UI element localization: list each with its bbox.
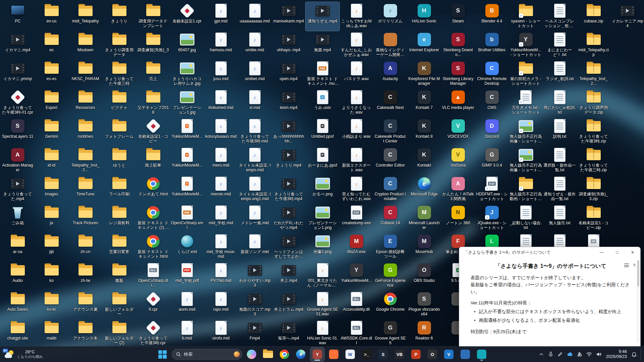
desktop-icon[interactable]: GGroove Agent SE 5 (373, 319, 407, 347)
taskbar-app-steam[interactable]: S (376, 347, 390, 361)
minimize-button[interactable]: ― (594, 247, 609, 258)
desktop-icon[interactable]: 選択肢・親作品一覧.txt (543, 146, 577, 175)
desktop-icon[interactable]: DLLOpenCvSharp.dll... (136, 261, 170, 290)
desktop-icon[interactable]: ♪きょうり食ってた午後3時.mid (238, 117, 272, 146)
menu-icon[interactable] (624, 263, 629, 267)
desktop-icon[interactable]: 新規 テキスト ドキュメント (2).html (136, 204, 170, 233)
desktop-icon[interactable]: ラジオ_歌詞.txt (543, 60, 577, 88)
desktop-icon[interactable]: 説明.txt (543, 117, 577, 146)
desktop-icon[interactable]: プレゼンテーション1.png (306, 204, 339, 233)
desktop-icon[interactable]: ♪rajio.mid (204, 290, 238, 319)
desktop-icon[interactable]: 最新 (102, 261, 136, 290)
desktop-icon[interactable]: 通知うぜえ - 親作品一覧.txt (543, 175, 577, 204)
desktop-icon[interactable]: OOBS Studio (407, 261, 441, 290)
ime-indicator[interactable]: あ (575, 348, 584, 360)
taskbar-app-yukkuri-movie-maker[interactable]: Y (310, 347, 324, 361)
desktop-icon[interactable]: chatgpt-site (1, 319, 35, 347)
desktop-icon[interactable]: SSpectraLayers 11 (1, 117, 35, 146)
desktop-icon[interactable]: ko-kr (35, 290, 68, 319)
desktop-icon[interactable]: 画像1.png (306, 233, 339, 261)
desktop-icon[interactable]: bBrother Utilities (475, 31, 509, 60)
desktop-icon[interactable]: PUntitled.ppsf (306, 117, 339, 146)
desktop-icon[interactable]: ♪小銭詰まり.wav (339, 117, 373, 146)
desktop-icon[interactable]: きょうり食ってた午後三時.zip (577, 146, 610, 175)
desktop-icon[interactable]: YYukkuriMovieM... (170, 146, 204, 175)
taskbar-app-chrome[interactable] (277, 347, 291, 361)
desktop-icon[interactable]: 無人販売不正行為 画像 - ショートカット (509, 117, 543, 146)
tray-pen-button[interactable] (556, 348, 565, 360)
desktop-icon[interactable]: ♪PVTNd.mid (204, 261, 238, 290)
taskbar-app-powerpoint[interactable]: P (409, 347, 423, 361)
desktop-icon[interactable]: 家の防犯カメラ - ショートカット (509, 60, 543, 88)
taskbar-app-voicemeeter[interactable]: VB (392, 347, 407, 361)
desktop-icon[interactable]: VVoiSona (441, 146, 475, 175)
desktop-icon[interactable]: es (35, 31, 68, 60)
desktop-icon[interactable]: MMuseHub (407, 233, 441, 261)
desktop-icon[interactable]: きょうり食ってた午後3時.zip (577, 117, 610, 146)
desktop-icon[interactable]: Audio (1, 261, 35, 290)
desktop-icon[interactable]: ♪klokumed.mid (204, 88, 238, 117)
taskbar-app-fudemame[interactable] (475, 347, 489, 361)
desktop-icon[interactable]: イカレマニア.mp4 (610, 2, 644, 31)
desktop-icon[interactable]: 無人販売不正行為 動画 - ショートカット (509, 175, 543, 204)
desktop-icon[interactable]: プレゼンテーション1.jpg (170, 88, 204, 117)
desktop-icon[interactable]: ♪新規ソング.mid (238, 233, 272, 261)
desktop-icon[interactable]: RReaktor 6 (407, 319, 441, 347)
desktop-icon[interactable]: ♪meroin.mid (204, 175, 238, 204)
desktop-icon[interactable]: YYukkuriMovieM... (170, 175, 204, 204)
desktop-icon[interactable]: ♪mid_学校 muse.mid (204, 233, 238, 261)
desktop-icon[interactable]: 井上ドラム.mp4 (272, 290, 306, 319)
desktop-icon[interactable]: manisekarin.mp4 (272, 2, 306, 31)
desktop-icon[interactable]: XMLOpenCvSharp.xml (170, 204, 204, 233)
desktop-icon[interactable]: teion.mp4 (272, 88, 306, 117)
desktop-icon[interactable]: midi_Telepathy (68, 2, 102, 31)
desktop-icon[interactable]: Mixdown (68, 31, 102, 60)
desktop-icon[interactable]: SSteinberg Library Manager (441, 60, 475, 88)
desktop-icon[interactable]: きょうり (102, 2, 136, 31)
desktop-icon[interactable]: eMicrosoft Edge (407, 175, 441, 204)
desktop-icon[interactable]: ♪メドレー風.mid (238, 204, 272, 233)
desktop-icon[interactable]: 調査用データテンプレート (136, 2, 170, 31)
desktop-icon[interactable]: KKontakt 8 (407, 117, 441, 146)
desktop-icon[interactable]: Uうみ.ustx (306, 88, 339, 117)
desktop-icon[interactable]: id-id (35, 146, 68, 175)
desktop-icon[interactable]: 売上 (136, 60, 170, 88)
desktop-icon[interactable]: Pおーまにあ.ppsf (306, 146, 339, 175)
desktop-icon[interactable]: 65407.jpg (170, 31, 204, 60)
desktop-icon[interactable]: jijii (35, 233, 68, 261)
desktop-icon[interactable]: Fmp4 (238, 319, 272, 347)
desktop-icon[interactable]: イカマニ.mp4 (1, 31, 35, 60)
desktop-icon[interactable]: ♪Groove Agent SE 01.wav (306, 290, 339, 319)
desktop-icon[interactable]: cubase.zip (577, 2, 610, 31)
desktop-icon[interactable]: アナウンス冬 (68, 319, 102, 347)
taskbar-app-edge[interactable]: e (294, 347, 308, 361)
desktop-icon[interactable]: テンポあて.html (136, 175, 170, 204)
tray-chevron-button[interactable] (537, 348, 546, 360)
desktop-icon[interactable]: ♪kotusytuaaus.mid (204, 117, 238, 146)
desktop-icon[interactable]: zh-tw (68, 261, 102, 290)
desktop-icon[interactable]: あっhhhhhhhhhhhh... (272, 117, 306, 146)
desktop-icon[interactable]: 死にたい_ゅ歌詞.txt (543, 88, 577, 117)
desktop-icon[interactable]: かるべ.png (306, 175, 339, 204)
desktop-icon[interactable]: 父子キャンプ2018 (136, 88, 170, 117)
volume-button[interactable] (594, 348, 603, 360)
desktop-icon[interactable]: ♪こっちでhすおfdsbふあ.wav (339, 2, 373, 31)
desktop-icon[interactable]: きょうり食ってた午後3時.mp4 (272, 175, 306, 204)
desktop-icon[interactable]: ♪sirofo.mid (204, 319, 238, 347)
desktop-icon[interactable]: ♪xl.mid (238, 88, 272, 117)
desktop-icon[interactable]: NKSC_PARAM (68, 60, 102, 88)
taskbar-app-firefox[interactable] (327, 347, 341, 361)
taskbar-app-file-explorer[interactable] (261, 347, 275, 361)
desktop-icon[interactable]: DDiscord (475, 117, 509, 146)
desktop-icon[interactable]: 冤罪へ.mp4 (272, 319, 306, 347)
desktop-icon[interactable]: CCubase 14 (373, 204, 407, 233)
desktop-icon[interactable]: 路上駐車 (136, 146, 170, 175)
taskbar-app-terminal[interactable]: >_ (360, 347, 374, 361)
desktop-icon[interactable]: きょうりハカコレ用サムネ.jpg (170, 60, 204, 88)
desktop-icon[interactable]: AActivation Manager (1, 146, 35, 175)
desktop-icon[interactable]: ♪ポリリリズム (373, 2, 407, 31)
desktop-icon[interactable]: SPlogue sforzando x64 (407, 290, 441, 319)
tray-microphone-button[interactable] (546, 348, 555, 360)
desktop-icon[interactable]: KKontakt 7 (407, 88, 441, 117)
desktop-icon[interactable]: ♪hamusu.mid (204, 31, 238, 60)
